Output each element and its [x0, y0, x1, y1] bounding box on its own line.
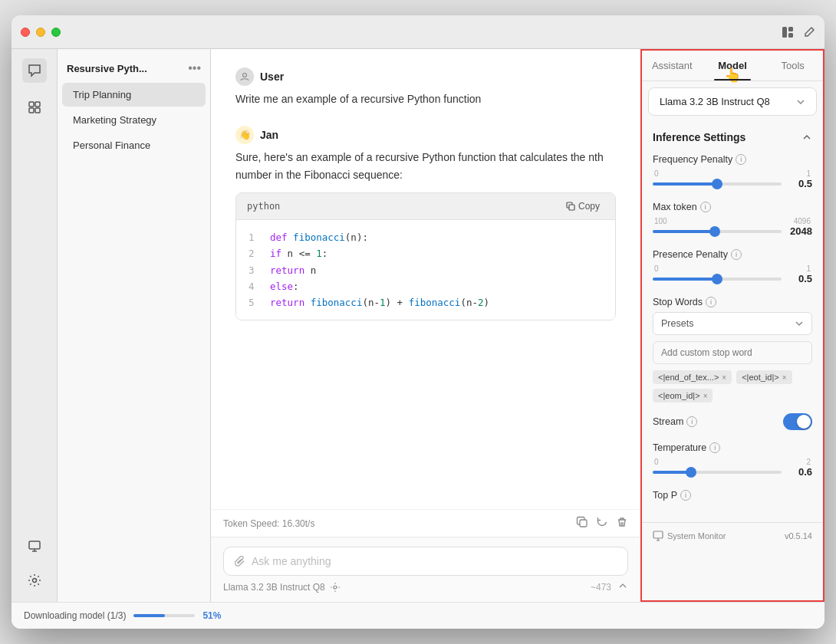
code-line-5: 5 return fibonacci(n-1) + fibonacci(n-2)	[248, 294, 603, 310]
temperature-thumb[interactable]	[686, 467, 696, 478]
frequency-penalty-track[interactable]	[653, 182, 782, 186]
message-user: User Write me an example of a recursive …	[235, 67, 616, 107]
frequency-penalty-value: 0.5	[786, 178, 812, 189]
presence-penalty-track[interactable]	[653, 278, 782, 281]
temperature-slider-row: 0.6	[653, 466, 812, 478]
frequency-penalty-fill	[653, 182, 717, 186]
svg-rect-7	[29, 541, 40, 549]
stop-tag-eot-id-close[interactable]: ×	[782, 373, 787, 382]
svg-rect-0	[782, 27, 787, 38]
chat-item-trip[interactable]: Trip Planning	[62, 83, 206, 107]
svg-rect-1	[788, 27, 793, 31]
presence-penalty-label: Presence Penalty i	[653, 249, 812, 260]
download-bar: Downloading model (1/3) 51%	[12, 602, 824, 629]
sidebar-bottom	[22, 534, 47, 593]
sidebar-item-settings[interactable]	[22, 568, 47, 593]
sidebar-item-export[interactable]	[22, 534, 47, 559]
code-block: python Copy 1	[235, 192, 616, 320]
author-jan: Jan	[260, 129, 278, 141]
temperature-track[interactable]	[653, 471, 782, 474]
stop-words-info-icon[interactable]: i	[706, 297, 716, 307]
stop-word-tags: <|end_of_tex...> × <|eot_id|> × <|eom_id…	[653, 370, 812, 402]
collapse-icon[interactable]	[801, 132, 812, 143]
code-header: python Copy	[236, 193, 615, 220]
stream-toggle[interactable]	[783, 413, 812, 430]
temperature-label: Temperature i	[653, 442, 812, 453]
code-line-4: 4 else:	[248, 278, 603, 294]
max-token-track[interactable]	[653, 230, 782, 233]
stop-tag-eom-id: <|eom_id|> ×	[653, 389, 713, 402]
copy-message-icon[interactable]	[576, 516, 588, 531]
more-icon[interactable]: •••	[188, 61, 201, 75]
token-speed-bar: Token Speed: 16.30t/s	[211, 509, 640, 537]
expand-icon[interactable]	[617, 582, 628, 593]
minimize-button[interactable]	[36, 28, 45, 37]
frequency-penalty-minmax: 0 1	[653, 169, 812, 178]
delete-icon[interactable]	[616, 516, 628, 531]
layout-icon[interactable]	[782, 26, 794, 38]
code-line-2: 2 if n <= 1:	[248, 245, 603, 261]
stop-word-input[interactable]	[653, 341, 812, 364]
presence-penalty-info-icon[interactable]: i	[731, 249, 742, 260]
copy-button[interactable]: Copy	[561, 199, 604, 213]
close-button[interactable]	[21, 28, 30, 37]
svg-rect-6	[35, 108, 40, 113]
model-select-label: Llama 3.2 3B Instruct Q8	[660, 96, 770, 107]
temperature-minmax: 0 2	[653, 458, 812, 466]
message-jan-header: 👋 Jan	[235, 126, 616, 144]
model-badge: Llama 3.2 3B Instruct Q8	[223, 582, 341, 593]
model-select[interactable]: Llama 3.2 3B Instruct Q8	[648, 87, 817, 116]
refresh-icon[interactable]	[596, 516, 608, 531]
max-token-info-icon[interactable]: i	[700, 202, 711, 212]
temperature-setting: Temperature i 0 2 0.6	[653, 442, 812, 478]
chat-input-area: Ask me anything Llama 3.2 3B Instruct Q8…	[211, 537, 640, 602]
stop-tag-end-of-tex: <|end_of_tex...> ×	[653, 370, 732, 384]
sidebar-item-chat[interactable]	[22, 58, 47, 83]
svg-rect-2	[788, 33, 793, 38]
presence-penalty-minmax: 0 1	[653, 264, 812, 273]
top-p-info-icon[interactable]: i	[680, 490, 691, 501]
sidebar-item-grid[interactable]	[22, 95, 47, 120]
traffic-lights	[21, 28, 61, 37]
presence-penalty-thumb[interactable]	[712, 274, 722, 284]
tab-assistant[interactable]: Assistant	[642, 51, 703, 80]
svg-rect-10	[569, 205, 574, 210]
max-token-thumb[interactable]	[709, 226, 720, 237]
cursor-hand-icon: 👆	[724, 67, 741, 84]
max-token-value: 2048	[786, 225, 812, 237]
presence-penalty-setting: Presence Penalty i 0 1 0.5	[653, 249, 812, 284]
stream-info-icon[interactable]: i	[686, 416, 697, 427]
code-lang: python	[247, 201, 280, 212]
frequency-penalty-info-icon[interactable]: i	[736, 154, 746, 165]
stop-tag-eom-id-label: <|eom_id|>	[658, 391, 700, 400]
inference-section: Inference Settings Frequency Penalty i 0…	[642, 122, 823, 522]
panel-footer: System Monitor v0.5.14	[642, 522, 823, 549]
stop-tag-end-of-tex-close[interactable]: ×	[722, 373, 726, 382]
tab-model[interactable]: Model 👆	[703, 51, 763, 80]
message-jan: 👋 Jan Sure, here's an example of a recur…	[235, 126, 616, 320]
maximize-button[interactable]	[51, 28, 61, 37]
chat-item-marketing[interactable]: Marketing Strategy	[62, 108, 206, 132]
chat-footer: Llama 3.2 3B Instruct Q8 ~473	[223, 582, 628, 593]
max-token-fill	[653, 230, 715, 233]
system-monitor[interactable]: System Monitor	[653, 531, 726, 541]
model-settings-icon[interactable]	[330, 582, 341, 593]
chat-input-placeholder: Ask me anything	[252, 555, 331, 567]
tab-tools[interactable]: Tools	[762, 51, 823, 80]
frequency-penalty-thumb[interactable]	[712, 179, 722, 189]
progress-fill	[133, 614, 165, 617]
presets-select[interactable]: Presets	[653, 312, 812, 335]
progress-percent: 51%	[202, 610, 221, 621]
edit-icon[interactable]	[803, 26, 815, 38]
footer-right: ~473	[591, 582, 628, 593]
token-speed-label: Token Speed: 16.30t/s	[223, 518, 314, 529]
stop-tag-eom-id-close[interactable]: ×	[703, 392, 708, 400]
chat-item-finance[interactable]: Personal Finance	[62, 133, 206, 157]
presence-penalty-value: 0.5	[786, 273, 812, 284]
chevron-down-icon	[796, 97, 805, 107]
temperature-info-icon[interactable]: i	[709, 442, 720, 453]
svg-point-8	[32, 579, 36, 583]
download-label: Downloading model (1/3)	[24, 610, 126, 621]
chat-input-box[interactable]: Ask me anything	[223, 547, 628, 576]
titlebar	[12, 15, 824, 49]
